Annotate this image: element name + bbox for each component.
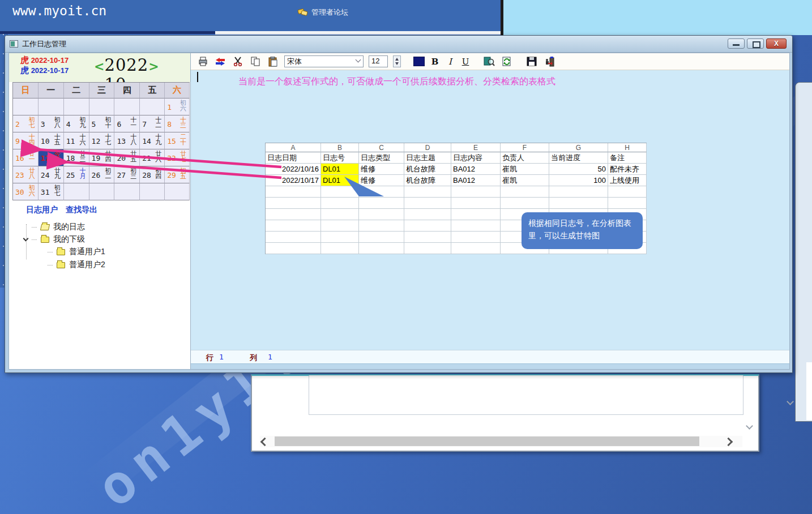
- sheet-cell-empty[interactable]: [359, 209, 404, 220]
- sheet-cell-empty[interactable]: [321, 243, 359, 254]
- year-prev-icon[interactable]: <: [94, 59, 104, 74]
- calendar-day-22[interactable]: 22廿 七: [165, 149, 190, 166]
- sheet-cell-empty[interactable]: [608, 198, 647, 209]
- sheet-cell-H3[interactable]: 配件未齐: [608, 164, 647, 175]
- horizontal-scrollbar[interactable]: [260, 436, 742, 447]
- calendar-day-9[interactable]: 9十 四: [13, 132, 39, 149]
- calendar-day-31[interactable]: 31初 七: [39, 183, 64, 200]
- calendar-day-4[interactable]: 4初 九: [64, 115, 89, 132]
- calendar-day-14[interactable]: 14十 九: [140, 132, 165, 149]
- column-letter-D[interactable]: D: [404, 143, 451, 152]
- scroll-left-icon[interactable]: [260, 438, 267, 444]
- year-next-icon[interactable]: >: [148, 59, 159, 74]
- scroll-down-icon[interactable]: [747, 423, 753, 429]
- column-letter-E[interactable]: E: [451, 143, 501, 152]
- calendar-day-29[interactable]: 29初 五: [165, 166, 190, 183]
- sheet-cell-F4[interactable]: 崔凯: [501, 175, 549, 186]
- calendar-day-27[interactable]: 27初 三: [114, 166, 140, 183]
- print-button[interactable]: [196, 56, 209, 67]
- sheet-cell-E4[interactable]: BA012: [451, 175, 501, 186]
- font-size-stepper[interactable]: [393, 55, 401, 67]
- calendar-day-25[interactable]: 25十 月: [64, 166, 89, 183]
- tree-item-3[interactable]: 普通用户1: [48, 246, 105, 258]
- forum-link[interactable]: 管理者论坛: [298, 7, 348, 18]
- scroll-down-icon[interactable]: [788, 399, 793, 405]
- tree-item-1[interactable]: 我的日志: [32, 221, 85, 233]
- paste-button[interactable]: [267, 56, 279, 67]
- sheet-cell-empty[interactable]: [359, 220, 404, 232]
- exit-button[interactable]: [543, 56, 555, 67]
- refresh-button[interactable]: [501, 56, 513, 67]
- underline-button[interactable]: U: [460, 57, 471, 67]
- calendar-day-5[interactable]: 5初 十: [89, 115, 115, 132]
- calendar-day-1[interactable]: 1初 六: [165, 98, 190, 115]
- close-button[interactable]: [766, 38, 787, 49]
- scroll-right-icon[interactable]: [725, 438, 732, 444]
- sheet-cell-empty[interactable]: [266, 198, 321, 209]
- sheet-cell-empty[interactable]: [404, 220, 451, 232]
- minimize-button[interactable]: [728, 38, 745, 49]
- sheet-cell-G4[interactable]: 100: [549, 175, 608, 186]
- calendar-day-23[interactable]: 23廿 八: [13, 166, 39, 183]
- calendar-day-15[interactable]: 15二 十: [165, 132, 190, 149]
- column-letter-G[interactable]: G: [549, 143, 608, 152]
- sheet-cell-empty[interactable]: [266, 220, 321, 232]
- font-family-select[interactable]: 宋体: [284, 55, 364, 67]
- calendar-day-12[interactable]: 12十 七: [89, 132, 115, 149]
- calendar-day-18[interactable]: 18廿 三: [64, 149, 89, 166]
- sheet-cell-B3[interactable]: DL01: [321, 164, 359, 175]
- sheet-cell-empty[interactable]: [451, 198, 501, 209]
- font-color-swatch[interactable]: [413, 57, 425, 66]
- sheet-header-D[interactable]: 日志主题: [404, 152, 451, 164]
- sheet-header-H[interactable]: 备注: [608, 152, 647, 164]
- tree-item-4[interactable]: 普通用户2: [48, 259, 105, 271]
- sheet-cell-empty[interactable]: [321, 232, 359, 243]
- find-button[interactable]: [483, 56, 495, 67]
- sheet-header-F[interactable]: 负责人: [501, 152, 549, 164]
- calendar-day-2[interactable]: 2初 七: [13, 115, 39, 132]
- sheet-cell-F3[interactable]: 崔凯: [501, 164, 549, 175]
- sheet-cell-empty[interactable]: [404, 232, 451, 243]
- sheet-cell-C4[interactable]: 维修: [359, 175, 404, 186]
- sheet-cell-empty[interactable]: [608, 186, 647, 198]
- calendar-day-20[interactable]: 20廿 五: [114, 149, 140, 166]
- column-letter-A[interactable]: A: [266, 143, 321, 152]
- calendar-day-16[interactable]: 16廿 一: [13, 149, 39, 166]
- calendar-day-26[interactable]: 26初 二: [89, 166, 115, 183]
- tab-log-users[interactable]: 日志用户: [26, 205, 58, 215]
- sheet-cell-empty[interactable]: [321, 198, 359, 209]
- sheet-cell-C3[interactable]: 维修: [359, 164, 404, 175]
- sheet-cell-empty[interactable]: [359, 186, 404, 198]
- calendar-day-17[interactable]: 17今 天: [39, 149, 64, 166]
- sheet-cell-H4[interactable]: 上线使用: [608, 175, 647, 186]
- sheet-cell-B4[interactable]: DL01: [321, 175, 359, 186]
- column-letter-F[interactable]: F: [501, 143, 549, 152]
- sheet-cell-empty[interactable]: [404, 198, 451, 209]
- calendar-day-11[interactable]: 11十 六: [64, 132, 89, 149]
- sheet-cell-G3[interactable]: 50: [549, 164, 608, 175]
- sheet-cell-D3[interactable]: 机台故障: [404, 164, 451, 175]
- sheet-cell-A3[interactable]: 2022/10/16: [266, 164, 321, 175]
- sheet-cell-empty[interactable]: [359, 198, 404, 209]
- sheet-cell-empty[interactable]: [359, 243, 404, 254]
- sheet-cell-empty[interactable]: [501, 198, 549, 209]
- sheet-cell-E3[interactable]: BA012: [451, 164, 501, 175]
- sheet-cell-empty[interactable]: [501, 186, 549, 198]
- italic-button[interactable]: I: [445, 57, 455, 67]
- sheet-cell-empty[interactable]: [266, 209, 321, 220]
- sheet-cell-empty[interactable]: [266, 243, 321, 254]
- sheet-cell-empty[interactable]: [404, 209, 451, 220]
- titlebar[interactable]: 工作日志管理: [5, 36, 792, 53]
- tree-item-2[interactable]: 我的下级: [32, 234, 85, 245]
- sheet-cell-empty[interactable]: [549, 198, 608, 209]
- sheet-cell-empty[interactable]: [404, 243, 451, 254]
- sheet-cell-empty[interactable]: [549, 186, 608, 198]
- column-letter-H[interactable]: H: [608, 143, 647, 152]
- sheet-cell-empty[interactable]: [451, 243, 501, 254]
- sheet-cell-empty[interactable]: [266, 232, 321, 243]
- calendar-day-3[interactable]: 3初 八: [39, 115, 64, 132]
- calendar-day-30[interactable]: 30初 六: [13, 183, 39, 200]
- sheet-cell-empty[interactable]: [404, 186, 451, 198]
- sheet-cell-empty[interactable]: [321, 209, 359, 220]
- cut-button[interactable]: [232, 56, 244, 67]
